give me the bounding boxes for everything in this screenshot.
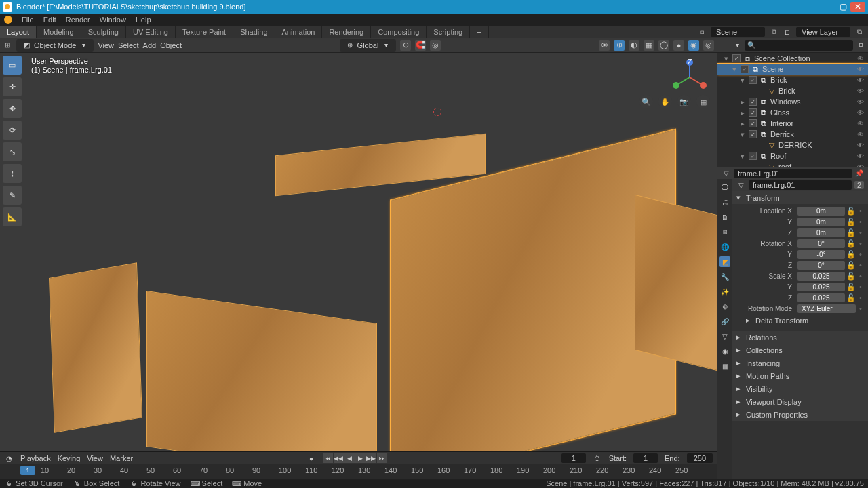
outliner-row[interactable]: ▽DERRICK👁: [717, 140, 868, 150]
outliner-search[interactable]: 🔍: [745, 40, 853, 51]
outliner-row[interactable]: ▾✓⧉Roof👁: [717, 150, 868, 161]
collection-checkbox[interactable]: ✓: [749, 130, 757, 138]
visibility-icon[interactable]: 👁: [856, 142, 865, 149]
workspace-tab-animation[interactable]: Animation: [275, 26, 323, 38]
tool-transform[interactable]: ⊹: [3, 164, 22, 183]
lock-icon[interactable]: 🔓: [846, 272, 856, 281]
end-frame-field[interactable]: 250: [687, 453, 713, 463]
prop-tab-modifiers[interactable]: 🔧: [719, 271, 730, 282]
panel-collections[interactable]: ▸Collections: [732, 344, 868, 357]
menu-window[interactable]: Window: [100, 16, 126, 24]
visibility-icon[interactable]: 👁: [856, 152, 865, 160]
lock-icon[interactable]: 🔓: [846, 293, 856, 302]
3d-viewport[interactable]: User Perspective (1) Scene | frame.Lrg.0…: [24, 53, 717, 451]
visibility-icon[interactable]: 👁: [856, 66, 865, 73]
prop-tab-constraints[interactable]: 🔗: [719, 316, 730, 327]
display-mode-icon[interactable]: ▾: [732, 41, 742, 50]
zoom-button[interactable]: 🔍: [639, 95, 653, 108]
orientation-selector[interactable]: ⊕ Global ▾: [340, 39, 397, 52]
panel-visibility[interactable]: ▸Visibility: [732, 382, 868, 395]
outliner-row[interactable]: ▸✓⧉Glass👁: [717, 107, 868, 118]
tool-select-box[interactable]: ▭: [3, 56, 22, 75]
workspace-tab-uv-editing[interactable]: UV Editing: [126, 26, 176, 38]
timeline-marker-menu[interactable]: Marker: [110, 454, 133, 462]
prop-tab-texture[interactable]: ▦: [719, 361, 730, 371]
workspace-tab-+[interactable]: +: [470, 26, 488, 38]
workspace-tab-compositing[interactable]: Compositing: [371, 26, 427, 38]
visibility-icon[interactable]: 👁: [856, 98, 865, 106]
camera-button[interactable]: 📷: [677, 95, 691, 108]
lock-icon[interactable]: 🔓: [846, 283, 856, 291]
active-object-name[interactable]: frame.Lrg.01: [734, 169, 852, 178]
collection-checkbox[interactable]: ✓: [732, 54, 741, 62]
play-button[interactable]: ▶: [355, 453, 366, 463]
keyframe-next-button[interactable]: ▶▶: [366, 453, 377, 463]
scale-z-field[interactable]: 0.025: [797, 293, 845, 302]
outliner-row[interactable]: ▾✓⧉Derrick👁: [717, 129, 868, 140]
viewlayer-new-icon[interactable]: ⧉: [854, 27, 864, 37]
viewport-menu-add[interactable]: Add: [143, 41, 157, 49]
rotation-mode-select[interactable]: XYZ Euler: [797, 304, 856, 313]
outliner-row[interactable]: ▾✓⧈Scene Collection👁: [717, 53, 868, 64]
workspace-tab-scripting[interactable]: Scripting: [427, 26, 470, 38]
xray-button[interactable]: ▦: [644, 40, 654, 51]
visibility-icon[interactable]: 👁: [856, 87, 865, 95]
prop-tab-particles[interactable]: ✨: [719, 286, 730, 297]
location-z-field[interactable]: 0m: [797, 228, 845, 237]
pan-button[interactable]: ✋: [658, 95, 672, 108]
prop-tab-world[interactable]: 🌐: [719, 241, 730, 252]
outliner-row[interactable]: ▾✓⧉Brick👁: [717, 75, 868, 85]
visibility-button[interactable]: 👁: [599, 40, 610, 51]
location-x-field[interactable]: 0m: [797, 207, 845, 216]
lock-icon[interactable]: 🔓: [846, 261, 856, 270]
outliner-editor-icon[interactable]: ☰: [720, 41, 730, 50]
menu-file[interactable]: File: [22, 16, 34, 24]
shading-lookdev-button[interactable]: ◉: [688, 40, 699, 51]
visibility-icon[interactable]: 👁: [856, 77, 865, 84]
outliner-row[interactable]: ▸✓⧉Windows👁: [717, 96, 868, 107]
editor-type-icon[interactable]: ⊞: [3, 41, 12, 50]
rotation-y-field[interactable]: -0°: [797, 250, 845, 259]
pin-icon[interactable]: 📌: [854, 169, 864, 178]
menu-edit[interactable]: Edit: [43, 16, 56, 24]
tool-rotate[interactable]: ⟳: [3, 121, 22, 140]
viewport-menu-object[interactable]: Object: [160, 41, 182, 49]
tool-cursor[interactable]: ✛: [3, 77, 22, 96]
collection-checkbox[interactable]: ✓: [749, 108, 757, 117]
panel-delta-transform[interactable]: ▸Delta Transform: [736, 314, 864, 327]
outliner-search-input[interactable]: [756, 41, 850, 49]
snap-button[interactable]: 🧲: [415, 40, 426, 51]
jump-start-button[interactable]: ⏮: [323, 453, 334, 463]
panel-custom-properties[interactable]: ▸Custom Properties: [732, 408, 868, 421]
jump-end-button[interactable]: ⏭: [377, 453, 388, 463]
visibility-icon[interactable]: 👁: [856, 131, 865, 138]
shading-render-button[interactable]: ◎: [703, 40, 714, 51]
viewport-menu-view[interactable]: View: [98, 41, 114, 49]
panel-transform-header[interactable]: ▾Transform: [732, 191, 868, 204]
outliner-row[interactable]: ▽Brick👁: [717, 85, 868, 96]
lock-icon[interactable]: 🔓: [846, 239, 856, 248]
viewport-menu-select[interactable]: Select: [118, 41, 139, 49]
panel-relations[interactable]: ▸Relations: [732, 331, 868, 344]
expand-icon[interactable]: ▸: [739, 98, 746, 106]
timeline-editor-icon[interactable]: ◔: [4, 453, 14, 463]
expand-icon[interactable]: ▾: [739, 76, 746, 85]
lock-icon[interactable]: 🔓: [846, 250, 856, 259]
current-frame-field[interactable]: 1: [561, 453, 586, 463]
workspace-tab-modeling[interactable]: Modeling: [37, 26, 81, 38]
collection-checkbox[interactable]: ✓: [749, 76, 757, 84]
gizmo-button[interactable]: ⊕: [614, 40, 625, 51]
prop-tab-data[interactable]: ▽: [719, 331, 730, 342]
outliner-row[interactable]: ▸✓⧉Interior👁: [717, 118, 868, 129]
outliner-row[interactable]: ▾✓⧉Scene👁: [717, 64, 868, 75]
prop-tab-object[interactable]: ◩: [719, 256, 730, 267]
workspace-tab-rendering[interactable]: Rendering: [322, 26, 371, 38]
tool-move[interactable]: ✥: [3, 99, 22, 118]
menu-render[interactable]: Render: [66, 16, 90, 24]
panel-motion-paths[interactable]: ▸Motion Paths: [732, 369, 868, 382]
expand-icon[interactable]: ▸: [739, 119, 746, 128]
visibility-icon[interactable]: 👁: [856, 55, 865, 62]
navigation-gizmo[interactable]: Z: [669, 57, 710, 98]
pivot-button[interactable]: ⊙: [400, 40, 411, 51]
collection-checkbox[interactable]: ✓: [749, 119, 757, 127]
